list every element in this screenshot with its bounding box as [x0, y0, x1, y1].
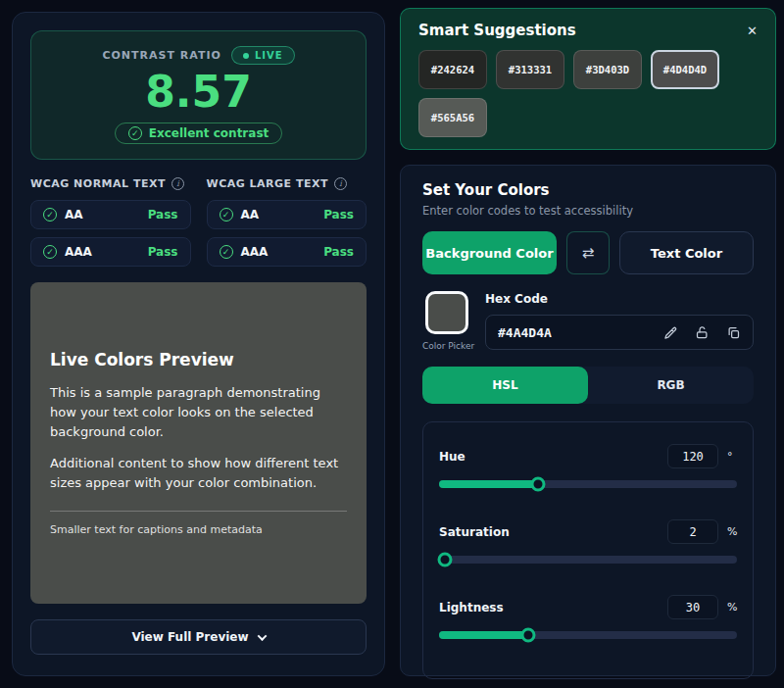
- wcag-level: AA: [241, 208, 260, 221]
- preview-title: Live Colors Preview: [50, 350, 347, 369]
- live-preview: Live Colors Preview This is a sample par…: [30, 282, 367, 604]
- color-mode-row: Background Color ⇄ Text Color: [422, 231, 754, 274]
- set-colors-title: Set Your Colors: [422, 181, 754, 199]
- check-circle-icon: ✓: [128, 126, 142, 140]
- hue-slider-group: Hue 120 °: [439, 444, 737, 488]
- suggestion-chip[interactable]: #565A56: [418, 98, 487, 137]
- swap-colors-button[interactable]: ⇄: [566, 231, 610, 274]
- suggestion-chip[interactable]: #3D403D: [573, 50, 642, 89]
- contrast-ratio-label: CONTRAST RATIO: [102, 49, 220, 62]
- saturation-slider-group: Saturation 2 %: [439, 519, 737, 564]
- live-label: LIVE: [255, 50, 283, 61]
- lightness-value[interactable]: 30: [667, 595, 718, 619]
- color-model-tabs: HSL RGB: [422, 367, 754, 404]
- preview-paragraph: Additional content to show how different…: [50, 454, 347, 493]
- lightness-label: Lightness: [439, 601, 504, 614]
- hex-input[interactable]: [498, 325, 663, 340]
- background-color-button[interactable]: Background Color: [422, 231, 557, 274]
- suggestion-chip[interactable]: #4D4D4D: [651, 50, 719, 89]
- tab-rgb[interactable]: RGB: [588, 367, 754, 404]
- slider-fill: [439, 631, 528, 639]
- hex-input-row: [485, 315, 754, 350]
- copy-icon[interactable]: [726, 325, 741, 340]
- pass-label: Pass: [148, 208, 178, 221]
- slider-handle[interactable]: [531, 477, 546, 492]
- live-badge: LIVE: [231, 46, 295, 65]
- wcag-row: ✓ AA Pass: [207, 200, 368, 229]
- wcag-section: WCAG NORMAL TEXT i ✓ AA Pass ✓ AAA Pass …: [30, 177, 367, 274]
- suggestion-chip[interactable]: #242624: [418, 50, 487, 89]
- wcag-normal-title: WCAG NORMAL TEXT: [30, 177, 166, 190]
- pass-label: Pass: [323, 245, 354, 259]
- preview-divider: [50, 511, 347, 512]
- close-icon[interactable]: ✕: [747, 25, 758, 37]
- pass-label: Pass: [323, 208, 354, 221]
- saturation-label: Saturation: [439, 525, 510, 539]
- lock-icon[interactable]: [695, 325, 710, 340]
- hue-slider-track[interactable]: [439, 480, 737, 488]
- saturation-slider-track[interactable]: [439, 556, 737, 564]
- hsl-sliders-card: Hue 120 ° Saturation 2 %: [422, 421, 754, 679]
- contrast-quality-badge: ✓ Excellent contrast: [115, 123, 283, 144]
- wcag-large-title: WCAG LARGE TEXT: [207, 177, 328, 190]
- smart-suggestions-panel: Smart Suggestions ✕ #242624 #313331 #3D4…: [400, 8, 776, 150]
- wcag-level: AAA: [241, 245, 269, 259]
- hex-code-label: Hex Code: [485, 292, 754, 306]
- suggestion-chip[interactable]: #313331: [496, 50, 564, 89]
- wcag-row: ✓ AA Pass: [30, 200, 191, 229]
- check-circle-icon: ✓: [43, 208, 57, 221]
- color-picker-label: Color Picker: [422, 341, 471, 351]
- tab-hsl[interactable]: HSL: [422, 367, 588, 404]
- live-dot-icon: [243, 53, 249, 59]
- view-full-preview-label: View Full Preview: [131, 630, 248, 644]
- wcag-row: ✓ AAA Pass: [30, 237, 191, 267]
- pass-label: Pass: [148, 245, 178, 259]
- color-swatch[interactable]: [425, 291, 468, 334]
- lightness-slider-track[interactable]: [439, 631, 737, 639]
- hue-unit: °: [727, 450, 737, 463]
- smart-suggestions-title: Smart Suggestions: [418, 22, 576, 39]
- slider-handle[interactable]: [521, 628, 536, 643]
- swap-icon: ⇄: [582, 244, 595, 262]
- contrast-quality-label: Excellent contrast: [149, 126, 270, 140]
- lightness-unit: %: [727, 601, 737, 614]
- hue-label: Hue: [439, 450, 466, 464]
- contrast-card: CONTRAST RATIO LIVE 8.57 ✓ Excellent con…: [30, 30, 367, 160]
- wcag-large-column: WCAG LARGE TEXT i ✓ AA Pass ✓ AAA Pass: [207, 177, 368, 274]
- slider-handle[interactable]: [438, 553, 453, 567]
- preview-caption: Smaller text for captions and metadata: [50, 523, 347, 536]
- text-color-button[interactable]: Text Color: [619, 231, 754, 274]
- info-icon[interactable]: i: [334, 177, 347, 190]
- slider-fill: [439, 480, 538, 488]
- lightness-slider-group: Lightness 30 %: [439, 595, 737, 639]
- wcag-row: ✓ AAA Pass: [207, 237, 368, 267]
- view-full-preview-button[interactable]: View Full Preview: [30, 619, 367, 655]
- picker-row: Color Picker Hex Code: [422, 291, 754, 351]
- eyedropper-icon[interactable]: [663, 325, 678, 340]
- preview-paragraph: This is a sample paragraph demonstrating…: [50, 383, 347, 442]
- set-colors-subtitle: Enter color codes to test accessibility: [422, 204, 754, 218]
- saturation-unit: %: [727, 525, 737, 538]
- check-circle-icon: ✓: [220, 245, 233, 259]
- hue-value[interactable]: 120: [667, 444, 718, 468]
- wcag-level: AA: [65, 208, 83, 221]
- contrast-ratio-value: 8.57: [145, 69, 252, 116]
- set-colors-panel: Set Your Colors Enter color codes to tes…: [400, 165, 776, 676]
- check-circle-icon: ✓: [220, 208, 233, 221]
- saturation-value[interactable]: 2: [667, 519, 718, 544]
- wcag-level: AAA: [65, 245, 92, 259]
- check-circle-icon: ✓: [43, 245, 57, 259]
- wcag-normal-column: WCAG NORMAL TEXT i ✓ AA Pass ✓ AAA Pass: [30, 177, 191, 274]
- results-panel: CONTRAST RATIO LIVE 8.57 ✓ Excellent con…: [12, 12, 385, 676]
- suggestion-chips: #242624 #313331 #3D403D #4D4D4D #565A56: [418, 50, 758, 137]
- info-icon[interactable]: i: [172, 177, 184, 190]
- chevron-down-icon: [257, 631, 267, 641]
